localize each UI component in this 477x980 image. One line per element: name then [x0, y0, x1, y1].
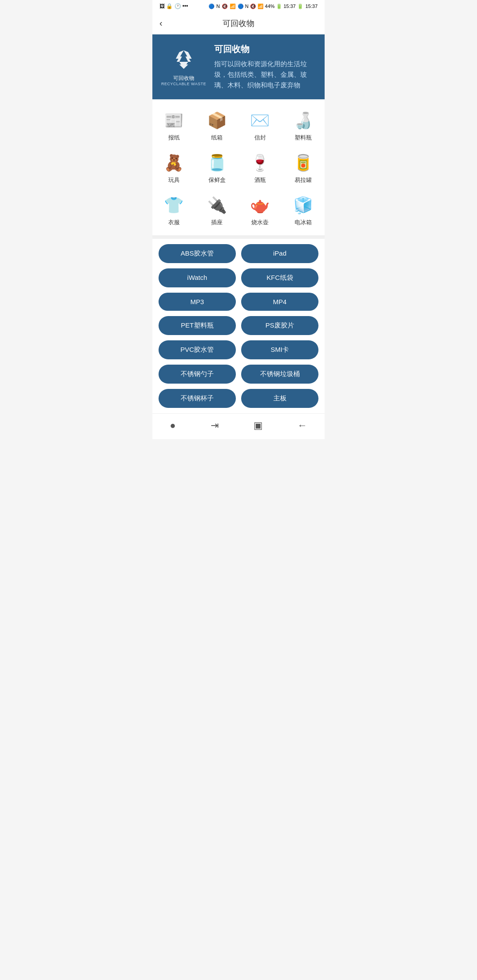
top-nav: ‹ 可回收物: [152, 12, 325, 34]
recent-button[interactable]: ⇥: [202, 418, 227, 433]
category-item[interactable]: 🧸 玩具: [152, 146, 196, 188]
category-icon: 🥫: [292, 152, 314, 173]
status-icons: 🖼 🔒 🕐 •••: [159, 3, 188, 9]
category-icon: 🫙: [206, 152, 227, 173]
tag-pill[interactable]: iPad: [241, 244, 318, 263]
category-icon: ✉️: [250, 110, 271, 131]
hero-icon-wrap: 可回收物 RECYCLABLE WASTE: [161, 47, 206, 87]
category-label: 衣服: [168, 219, 180, 226]
hero-icon-sublabel: RECYCLABLE WASTE: [161, 82, 206, 87]
category-label: 信封: [254, 134, 266, 142]
category-item[interactable]: 🔌 插座: [196, 188, 239, 231]
apps-button[interactable]: ▣: [245, 418, 272, 433]
tag-pill[interactable]: iWatch: [159, 268, 236, 287]
recycle-icon: [171, 47, 196, 73]
category-icon: 🧊: [292, 195, 314, 216]
back-nav-button[interactable]: ←: [289, 418, 316, 433]
tag-pill[interactable]: MP3: [159, 293, 236, 311]
back-button[interactable]: ‹: [159, 18, 174, 28]
category-label: 插座: [211, 219, 223, 226]
category-label: 易拉罐: [295, 176, 312, 184]
tag-pill[interactable]: KFC纸袋: [241, 268, 318, 287]
category-item[interactable]: ✉️ 信封: [238, 104, 282, 146]
category-item[interactable]: 🍷 酒瓶: [238, 146, 282, 188]
hero-title: 可回收物: [214, 43, 316, 55]
time: 15:37: [305, 4, 318, 9]
category-label: 保鲜盒: [208, 176, 226, 184]
hero-desc: 指可以回收和资源化用的生活垃圾，包括纸类、塑料、金属、玻璃、木料、织物和电子废弃…: [214, 59, 316, 90]
tag-pill[interactable]: 主板: [241, 389, 318, 408]
category-icon: 🍷: [250, 152, 271, 173]
category-item[interactable]: 📰 报纸: [152, 104, 196, 146]
svg-point-0: [182, 57, 186, 62]
tag-pill[interactable]: 不锈钢勺子: [159, 365, 236, 384]
category-icon: 🧸: [163, 152, 185, 173]
category-item[interactable]: 📦 纸箱: [196, 104, 239, 146]
battery-icon: 🔋: [297, 4, 303, 9]
category-label: 酒瓶: [254, 176, 266, 184]
category-grid: 📰 报纸 📦 纸箱 ✉️ 信封 🍶 塑料瓶 🧸 玩具 🫙 保鲜盒 🍷 酒瓶 🥫 …: [152, 99, 325, 239]
tag-pill[interactable]: PET塑料瓶: [159, 316, 236, 335]
category-item[interactable]: 👕 衣服: [152, 188, 196, 231]
category-icon: 🔌: [206, 195, 227, 216]
bottom-nav: ● ⇥ ▣ ←: [152, 413, 325, 439]
category-label: 塑料瓶: [295, 134, 312, 142]
tag-pill[interactable]: MP4: [241, 293, 318, 311]
battery-pct: 🔵 N 🔇 📶 44% 🔋 15:37: [238, 4, 296, 9]
category-icon: 🫖: [250, 195, 271, 216]
tag-pill[interactable]: PVC胶水管: [159, 340, 236, 359]
category-label: 报纸: [168, 134, 180, 142]
category-item[interactable]: 🫖 烧水壶: [238, 188, 282, 231]
category-item[interactable]: 🥫 易拉罐: [282, 146, 325, 188]
status-bar: 🖼 🔒 🕐 ••• 🔵 N 🔇 📶 🔵 N 🔇 📶 44% 🔋 15:37 🔋 …: [152, 0, 325, 12]
status-left: 🖼 🔒 🕐 •••: [159, 3, 188, 9]
category-label: 玩具: [168, 176, 180, 184]
tag-pill[interactable]: ABS胶水管: [159, 244, 236, 263]
category-icon: 🍶: [292, 110, 314, 131]
wifi-icon: 📶: [230, 4, 236, 9]
tag-pill[interactable]: SMI卡: [241, 340, 318, 359]
category-icon: 📰: [163, 110, 185, 131]
hero-text-wrap: 可回收物 指可以回收和资源化用的生活垃圾，包括纸类、塑料、金属、玻璃、木料、织物…: [214, 43, 316, 90]
category-icon: 👕: [163, 195, 185, 216]
category-icon: 📦: [206, 110, 227, 131]
bt-icon: 🔵: [208, 4, 215, 9]
category-label: 纸箱: [211, 134, 223, 142]
nfc-icon: N: [216, 4, 220, 9]
category-item[interactable]: 🫙 保鲜盒: [196, 146, 239, 188]
tag-pill[interactable]: 不锈钢杯子: [159, 389, 236, 408]
tag-pill[interactable]: 不锈钢垃圾桶: [241, 365, 318, 384]
category-label: 烧水壶: [251, 219, 269, 226]
category-label: 电冰箱: [295, 219, 312, 226]
tags-section: ABS胶水管iPadiWatchKFC纸袋MP3MP4PET塑料瓶PS废胶片PV…: [152, 239, 325, 413]
home-button[interactable]: ●: [161, 418, 184, 433]
tag-pill[interactable]: PS废胶片: [241, 316, 318, 335]
page-title: 可回收物: [174, 18, 303, 29]
mute-icon: 🔇: [222, 4, 228, 9]
category-item[interactable]: 🧊 电冰箱: [282, 188, 325, 231]
category-item[interactable]: 🍶 塑料瓶: [282, 104, 325, 146]
hero-banner: 可回收物 RECYCLABLE WASTE 可回收物 指可以回收和资源化用的生活…: [152, 34, 325, 99]
status-right: 🔵 N 🔇 📶 🔵 N 🔇 📶 44% 🔋 15:37 🔋 15:37: [208, 4, 318, 9]
hero-icon-label: 可回收物 RECYCLABLE WASTE: [161, 75, 206, 87]
